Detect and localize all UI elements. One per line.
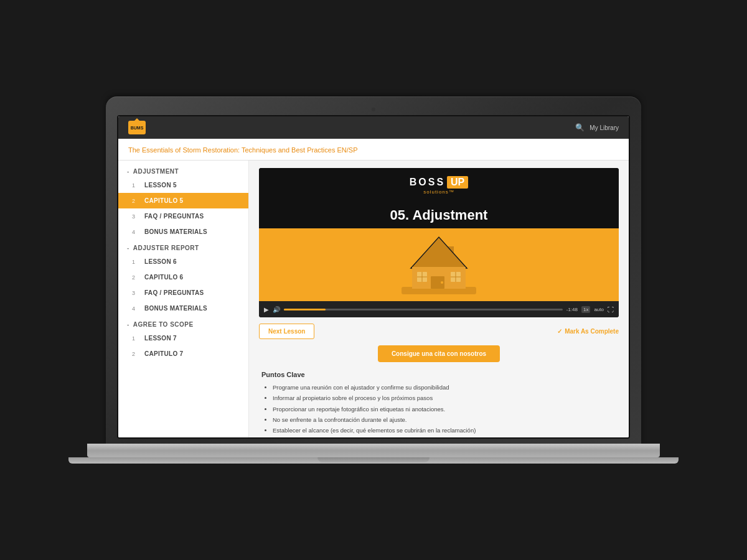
action-row: Next Lesson ✓ Mark As Complete xyxy=(259,324,619,339)
app-header: BUMS 🔍 My Library xyxy=(118,116,629,139)
main-content: - ADJUSTMENT 1 LESSON 5 2 CAPITULO 5 3 xyxy=(118,161,629,437)
progress-bar[interactable] xyxy=(284,309,563,310)
video-title: 05. Adjustment xyxy=(390,207,488,223)
fullscreen-button[interactable]: ⛶ xyxy=(608,306,614,313)
app-logo-icon: BUMS xyxy=(128,121,146,134)
volume-button[interactable]: 🔊 xyxy=(273,306,280,313)
screen-bezel: BUMS 🔍 My Library The Essentials of Stor… xyxy=(106,96,641,444)
content-panel: BOSS UP solutions™ xyxy=(249,161,629,437)
lesson-item-capitulo6[interactable]: 2 CAPITULO 6 xyxy=(118,269,248,285)
logo-text: BUMS xyxy=(131,126,144,130)
section-label-adjustment: ADJUSTMENT xyxy=(133,168,179,175)
boss-up-logo: BOSS UP solutions™ xyxy=(410,176,469,195)
lesson-item-faq1[interactable]: 3 FAQ / PREGUNTAS xyxy=(118,208,248,224)
laptop-base xyxy=(87,444,660,457)
video-thumbnail: BOSS UP solutions™ xyxy=(259,168,619,317)
puntos-section: Puntos Clave Programe una reunión con el… xyxy=(259,371,619,434)
next-lesson-button[interactable]: Next Lesson xyxy=(259,324,314,339)
progress-fill xyxy=(284,309,326,310)
lesson-item-5[interactable]: 1 LESSON 5 xyxy=(118,177,248,193)
screen-inner: BUMS 🔍 My Library The Essentials of Stor… xyxy=(117,115,630,439)
lesson-item-capitulo7[interactable]: 2 CAPITULO 7 xyxy=(118,346,248,362)
svg-point-6 xyxy=(441,281,443,284)
lesson-item-bonus2[interactable]: 4 BONUS MATERIALS xyxy=(118,301,248,316)
app-container: BUMS 🔍 My Library The Essentials of Stor… xyxy=(118,116,629,437)
puntos-item: Proporcionar un reportaje fotográfico si… xyxy=(273,405,616,413)
lesson-item-bonus1[interactable]: 4 BONUS MATERIALS xyxy=(118,224,248,240)
house-illustration xyxy=(398,231,479,299)
svg-marker-2 xyxy=(411,237,467,268)
up-text: UP xyxy=(451,177,464,187)
breadcrumb-text[interactable]: The Essentials of Storm Restoration: Tec… xyxy=(128,146,357,154)
puntos-title: Puntos Clave xyxy=(261,371,616,378)
video-top-bar: BOSS UP solutions™ xyxy=(259,168,619,202)
lesson-item-7[interactable]: 1 LESSON 7 xyxy=(118,330,248,346)
video-title-bar: 05. Adjustment xyxy=(259,202,619,228)
lesson-item-faq2[interactable]: 3 FAQ / PREGUNTAS xyxy=(118,285,248,301)
sidebar: - ADJUSTMENT 1 LESSON 5 2 CAPITULO 5 3 xyxy=(118,161,249,437)
lesson-item-capitulo5[interactable]: 2 CAPITULO 5 xyxy=(118,193,248,208)
section-label-agree: AGREE TO SCOPE xyxy=(133,321,194,328)
video-controls: ▶ 🔊 -1:48 1x auto ⛶ xyxy=(259,301,619,317)
checkmark-icon: ✓ xyxy=(557,328,562,335)
section-adjustment: - ADJUSTMENT xyxy=(118,163,248,177)
play-button[interactable]: ▶ xyxy=(264,306,269,313)
search-icon[interactable]: 🔍 xyxy=(575,123,585,132)
speed-control[interactable]: 1x xyxy=(581,306,590,313)
puntos-list: Programe una reunión con el ajustador y … xyxy=(261,383,616,434)
section-agree-scope: - AGREE TO SCOPE xyxy=(118,316,248,330)
laptop-frame: BUMS 🔍 My Library The Essentials of Stor… xyxy=(106,96,641,464)
cta-button[interactable]: Consigue una cita con nosotros xyxy=(378,345,500,362)
quality-control[interactable]: auto xyxy=(594,307,604,312)
puntos-item: No se enfrente a la confrontación durant… xyxy=(273,416,616,424)
puntos-item: Programe una reunión con el ajustador y … xyxy=(273,383,616,391)
header-right: 🔍 My Library xyxy=(575,123,619,132)
camera-dot xyxy=(372,108,375,111)
boss-text: BOSS xyxy=(410,177,445,188)
section-label-adjuster: ADJUSTER REPORT xyxy=(133,245,199,251)
cta-row: Consigue una cita con nosotros xyxy=(259,345,619,362)
puntos-item: Informar al propietario sobre el proceso… xyxy=(273,394,616,402)
my-library-link[interactable]: My Library xyxy=(590,124,619,131)
logo-area: BUMS xyxy=(128,121,146,134)
video-player[interactable]: BOSS UP solutions™ xyxy=(259,168,619,317)
lesson-item-6[interactable]: 1 LESSON 6 xyxy=(118,254,248,269)
breadcrumb-bar: The Essentials of Storm Restoration: Tec… xyxy=(118,139,629,161)
video-yellow-section xyxy=(259,228,619,301)
time-remaining: -1:48 xyxy=(566,307,578,312)
mark-complete-button[interactable]: ✓ Mark As Complete xyxy=(557,328,619,335)
puntos-item: Establecer el alcance (es decir, qué ele… xyxy=(273,426,616,434)
solutions-text: solutions™ xyxy=(423,189,454,195)
section-adjuster-report: - ADJUSTER REPORT xyxy=(118,240,248,254)
